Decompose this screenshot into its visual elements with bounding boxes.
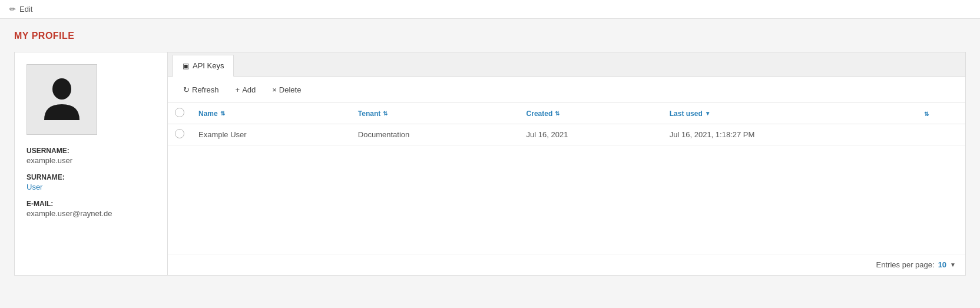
delete-label: Delete — [279, 85, 302, 94]
header-created[interactable]: Created ⇅ — [519, 103, 663, 124]
api-keys-icon: ▣ — [183, 62, 189, 70]
delete-button[interactable]: × Delete — [266, 83, 307, 97]
avatar-container — [27, 64, 97, 135]
header-tenant-label: Tenant — [358, 110, 380, 118]
page-title-text2: PROFILE — [32, 31, 75, 41]
email-value: example.user@raynet.de — [27, 209, 112, 218]
page-title-text1: MY — [14, 31, 32, 41]
profile-right: ▣ API Keys ↻ Refresh + Add × Delete — [168, 52, 965, 275]
delete-icon: × — [272, 85, 277, 94]
row-created: Jul 16, 2021 — [519, 124, 663, 145]
header-created-label: Created — [527, 110, 553, 118]
add-button[interactable]: + Add — [230, 83, 262, 97]
tenant-sort-icon: ⇅ — [383, 110, 388, 117]
tab-api-keys-label: API Keys — [193, 61, 224, 70]
table-header-row: Name ⇅ Tenant ⇅ — [168, 103, 965, 124]
last-used-sort-icon: ▼ — [705, 110, 711, 117]
tabs-bar: ▣ API Keys — [168, 52, 965, 77]
profile-username-field: USERNAME: example.user — [27, 147, 155, 165]
api-keys-table: Name ⇅ Tenant ⇅ — [168, 103, 965, 145]
entries-dropdown-icon[interactable]: ▼ — [950, 261, 956, 268]
tab-api-keys[interactable]: ▣ API Keys — [173, 55, 234, 77]
row-tenant: Documentation — [351, 124, 519, 145]
row-radio[interactable] — [175, 129, 184, 138]
refresh-button[interactable]: ↻ Refresh — [177, 83, 225, 97]
profile-surname-field: SURNAME: User — [27, 173, 155, 191]
profile-left: USERNAME: example.user SURNAME: User E-M… — [15, 52, 168, 275]
surname-label: SURNAME: — [27, 173, 155, 181]
page-title: MY PROFILE — [14, 31, 966, 41]
header-extra[interactable]: ⇅ — [917, 103, 965, 124]
toolbar: ↻ Refresh + Add × Delete — [168, 77, 965, 103]
svg-point-0 — [52, 78, 71, 100]
table-footer: Entries per page: 10 ▼ — [168, 254, 965, 275]
entries-label: Entries per page: — [876, 260, 935, 269]
name-sort-icon: ⇅ — [220, 110, 225, 117]
top-bar: ✏ Edit — [0, 0, 980, 19]
row-checkbox-cell — [168, 124, 191, 145]
created-sort-icon: ⇅ — [555, 110, 559, 117]
page-content: MY PROFILE USERNAME: example.user SURNAM… — [0, 19, 980, 287]
refresh-label: Refresh — [192, 85, 219, 94]
add-icon: + — [236, 85, 240, 94]
profile-layout: USERNAME: example.user SURNAME: User E-M… — [14, 52, 966, 276]
header-checkbox-cell — [168, 103, 191, 124]
email-label: E-MAIL: — [27, 200, 155, 208]
header-tenant[interactable]: Tenant ⇅ — [351, 103, 519, 124]
header-name-label: Name — [198, 110, 218, 118]
username-value: example.user — [27, 156, 72, 165]
username-label: USERNAME: — [27, 147, 155, 155]
edit-link[interactable]: Edit — [19, 5, 32, 14]
row-name: Example User — [191, 124, 351, 145]
profile-email-field: E-MAIL: example.user@raynet.de — [27, 200, 155, 218]
header-radio — [175, 108, 184, 117]
extra-sort-icon: ⇅ — [924, 111, 929, 117]
entries-value: 10 — [938, 260, 946, 269]
add-label: Add — [242, 85, 256, 94]
table-container: Name ⇅ Tenant ⇅ — [168, 103, 965, 254]
header-name[interactable]: Name ⇅ — [191, 103, 351, 124]
edit-icon: ✏ — [9, 5, 16, 14]
refresh-icon: ↻ — [183, 85, 190, 94]
row-extra — [917, 124, 965, 145]
avatar-silhouette — [41, 76, 82, 123]
row-last-used: Jul 16, 2021, 1:18:27 PM — [663, 124, 917, 145]
header-last-used-label: Last used — [670, 110, 703, 118]
table-row[interactable]: Example User Documentation Jul 16, 2021 … — [168, 124, 965, 145]
surname-value: User — [27, 183, 42, 191]
header-last-used[interactable]: Last used ▼ — [663, 103, 917, 124]
